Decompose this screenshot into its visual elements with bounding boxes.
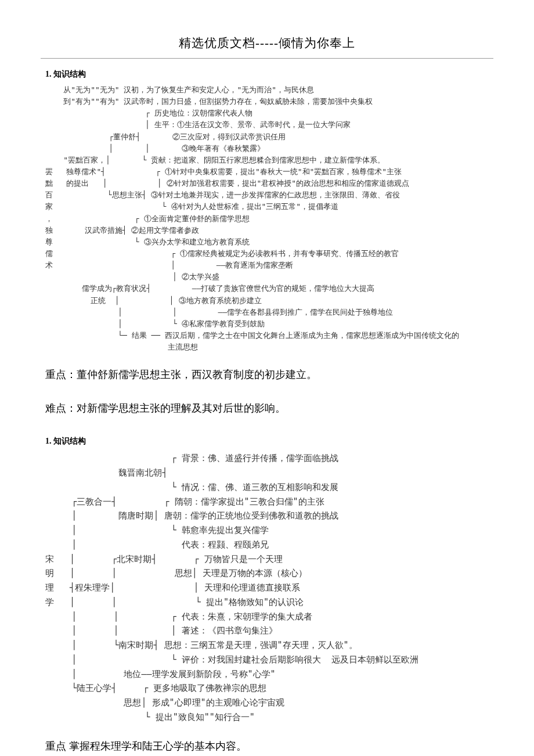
- d2-bs-sx1: 万物皆只是一个天理: [204, 554, 283, 564]
- d1-dong-a: 历史地位：汉朝儒家代表人物: [154, 109, 252, 117]
- d1-sx1: ①针对中央集权需要，提出"春秋大一统"和"罢黜百家，独尊儒术"主张: [165, 167, 402, 176]
- d1-jy2b: ——打破了贵族官僚世代为官的规矩，儒学地位大大提高: [192, 284, 375, 293]
- d2-bs-sx4: 提出"格物致知"的认识论: [206, 597, 304, 607]
- d1-wudi-label: 汉武帝措施: [85, 226, 122, 235]
- d1-from: 从"无为""无为" 汉初，为了恢复生产和安定人心，"无为而治"，与民休息: [63, 85, 314, 94]
- d2-wj1: 背景：佛、道盛行并传播，儒学面临挑战: [182, 453, 338, 463]
- d1-jieguo2: 主流思想: [168, 343, 198, 351]
- document-page: 精选优质文档-----倾情为你奉上 1. 知识结构 从"无为""无为" 汉初，为…: [0, 0, 534, 756]
- diagram2-title: 1. 知识结构: [45, 436, 493, 447]
- d1-sx2: ②针对加强君权需要，提出"君权神授"的政治思想和相应的儒家道德观点: [167, 179, 410, 188]
- d1-jieguo-label: 结果: [132, 331, 147, 340]
- d2-ns3: 思想：三纲五常是天理，强调"存天理，灭人欲"。: [164, 640, 358, 650]
- diagram2: ┌ 背景：佛、道盛行并传播，儒学面临挑战 魏晋南北朝┤ └ 情况：儒、佛、道三教…: [45, 451, 493, 724]
- d2-st-label: 隋唐时期: [118, 510, 153, 521]
- d1-sx4: ④针对为人处世标准，提出"三纲五常"，提倡孝道: [171, 202, 339, 211]
- d1-jy1b: ——教育逐渐为儒家垄断: [217, 261, 294, 269]
- d2-b1-label: 三教合一: [77, 496, 111, 507]
- d1-jy3: ③地方教育系统初步建立: [179, 296, 262, 305]
- d2-bs-sx2: 天理是万物的本源（核心）: [203, 568, 307, 578]
- end-text1: 重点 掌握程朱理学和陆王心学的基本内容。: [45, 735, 493, 756]
- d1-dong-b2: ②三次应对，得到汉武帝赏识任用: [172, 132, 286, 141]
- d1-jy2: ②太学兴盛: [182, 272, 219, 281]
- d1-dong-c: 贡献：把道家、阴阳五行家思想糅合到儒家思想中，建立新儒学体系。: [151, 156, 385, 164]
- d1-jieguo: 西汉后期，儒学之士在中国文化舞台上逐渐成为主角，儒家思想逐渐成为中国传统文化的: [165, 331, 459, 340]
- d2-wj-label: 魏晋南北朝: [118, 467, 162, 478]
- d2-bs-sx3: 天理和伦理道德直接联系: [204, 582, 300, 593]
- d1-wudi2: ②起用文学儒者参政: [131, 226, 199, 235]
- diagram1-title: 1. 知识结构: [45, 69, 493, 80]
- d2-lw1: 更多地吸取了佛教禅宗的思想: [153, 683, 266, 693]
- d2-ns4: 评价：对我国封建社会后期影响很大 远及日本朝鲜以至欧洲: [182, 654, 418, 665]
- d1-sx3: ③针对土地兼并现实，进一步发挥儒家的仁政思想，主张限田、薄敛、省役: [151, 190, 400, 199]
- mid-text1: 重点：董仲舒新儒学思想主张，西汉教育制度的初步建立。: [45, 363, 493, 387]
- d1-jy1: ①儒家经典被规定为必读教科书，并有专事研究、传播五经的教官: [180, 249, 399, 258]
- d1-dong-label: 董仲舒: [113, 132, 136, 141]
- d1-wudi3: ③兴办太学和建立地方教育系统: [144, 237, 250, 246]
- d2-wj2: 情况：儒、佛、道三教的互相影响和发展: [182, 482, 338, 492]
- d1-jiaoyu-label: 教育状况: [116, 284, 146, 293]
- header-divider: [41, 58, 493, 59]
- d2-bs-sixiang-label: 思想: [175, 568, 192, 578]
- d1-jy4: ④私家儒学教育受到鼓励: [182, 319, 265, 328]
- d2-ns2: 著述：《四书章句集注》: [182, 625, 277, 636]
- d2-lw2: 形成"心即理"的主观唯心论宇宙观: [152, 697, 284, 708]
- d1-dong-b3: ③晚年著有《春秋繁露》: [182, 144, 265, 153]
- page-header: 精选优质文档-----倾情为你奉上: [41, 35, 493, 51]
- d2-lw3: 提出"致良知""知行合一": [156, 712, 255, 722]
- d2-b3-label: 陆王心学: [77, 683, 111, 693]
- d2-bs-label: 北宋时期: [117, 554, 151, 564]
- d2-st1: 隋朝：儒学家提出"三教合归儒"的主张: [175, 496, 324, 507]
- d1-wudi1: ①全面肯定董仲舒的新儒学思想: [144, 214, 250, 223]
- diagram1: 从"无为""无为" 汉初，为了恢复生产和安定人心，"无为而治"，与民休息 到"有…: [45, 84, 493, 353]
- d1-dong-b: 生平：①生活在汉文帝、景帝、武帝时代，是一位大学问家: [154, 120, 351, 129]
- d2-bs-daibiao: 代表：程颢、程颐弟兄: [182, 539, 269, 550]
- d2-b2-label: 程朱理学: [75, 582, 110, 593]
- d2-ns-label: 南宋时期: [118, 640, 153, 650]
- d2-lw-sx-label: 思想: [124, 697, 141, 708]
- d2-st3: 韩愈率先提出复兴儒学: [182, 525, 269, 535]
- d2-ns1: 代表：朱熹，宋朝理学的集大成者: [182, 611, 312, 622]
- d1-sixiang-label: 思想主张: [112, 190, 142, 199]
- mid-text2: 难点：对新儒学思想主张的理解及其对后世的影响。: [45, 397, 493, 420]
- d1-to: 到"有为""有为" 汉武帝时，国力日盛，但割据势力存在，匈奴威胁未除，需要加强中…: [63, 97, 373, 106]
- d1-jy3b: ——儒学在各郡县得到推广，儒学在民间处于独尊地位: [218, 308, 393, 316]
- d2-lw-diwei: 地位——理学发展到新阶段，号称"心学": [124, 669, 275, 679]
- d2-st2: 唐朝：儒学的正统地位受到佛教和道教的挑战: [164, 510, 338, 521]
